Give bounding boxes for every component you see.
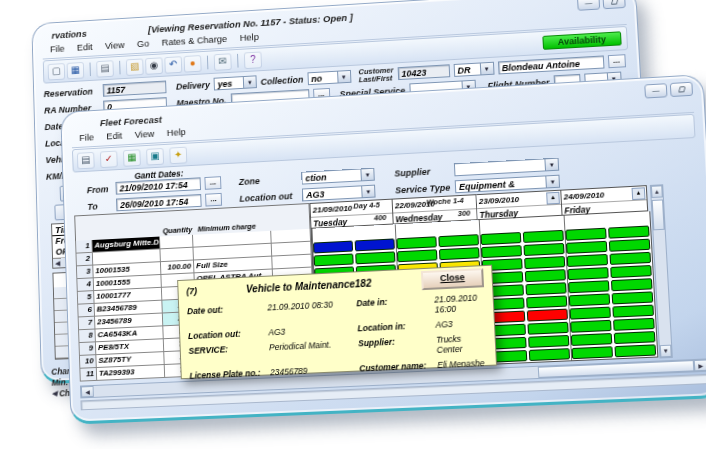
gantt-bar-green[interactable] (568, 280, 609, 293)
supplier-select[interactable] (454, 158, 559, 177)
edit-icon[interactable]: ✓ (101, 151, 117, 166)
gantt-bar-green[interactable] (524, 256, 565, 269)
gantt-bar-blue[interactable] (355, 238, 395, 251)
reservation-number-field[interactable]: 1157 (103, 81, 167, 97)
gantt-bar-green[interactable] (528, 335, 569, 348)
gantt-bar-green[interactable] (567, 267, 608, 280)
scroll-up-icon[interactable]: ▲ (546, 192, 560, 205)
row-number: 6 (77, 304, 95, 318)
gantt-bar-green[interactable] (314, 253, 354, 266)
print-icon[interactable]: ▤ (78, 152, 94, 167)
gantt-bar-green[interactable] (611, 278, 653, 291)
gantt-bar-green[interactable] (355, 251, 395, 264)
gantt-bar-blue[interactable] (313, 241, 353, 254)
delivery-select[interactable]: yes (214, 75, 257, 90)
customer-name-field[interactable]: Blondeau Antoine (498, 55, 605, 74)
find-icon[interactable]: ◉ (146, 58, 162, 73)
to-date-field[interactable]: 26/09/2010 17:54 (116, 194, 202, 211)
scroll-left-icon[interactable]: ◀ (52, 389, 57, 397)
customer-browse-button[interactable]: ... (607, 54, 625, 68)
scroll-down-icon[interactable]: ▼ (660, 345, 672, 358)
menu-item-file[interactable]: File (50, 43, 65, 56)
open-folder-icon[interactable]: ▧ (127, 59, 143, 74)
gantt-bar-green[interactable] (609, 239, 651, 252)
gantt-bar-green[interactable] (480, 232, 521, 245)
menu-item-file[interactable]: File (79, 131, 94, 144)
minimize-button[interactable]: — (577, 0, 600, 10)
from-date-field[interactable]: 21/09/2010 17:54 (115, 177, 201, 194)
new-document-icon[interactable]: ▢ (49, 64, 65, 79)
gantt-bar-green[interactable] (565, 228, 606, 241)
menu-item-help[interactable]: Help (167, 126, 186, 140)
availability-button[interactable]: Availability (542, 31, 622, 50)
gantt-bar-green[interactable] (566, 241, 607, 254)
close-button[interactable]: Close (421, 268, 484, 290)
save-icon[interactable]: ▦ (68, 62, 84, 77)
key-icon[interactable]: ✦ (170, 147, 186, 163)
help-icon[interactable]: ? (245, 52, 261, 68)
gantt-bar-green[interactable] (481, 245, 522, 258)
customer-number-field[interactable]: 10423 (397, 64, 450, 80)
gantt-bar-red[interactable] (527, 309, 568, 322)
customer-label-bottom: Last/First (359, 74, 394, 83)
gantt-bar-green[interactable] (438, 234, 479, 247)
popup-label-location-in: Location in: (357, 320, 433, 334)
menu-item-go[interactable]: Go (137, 38, 150, 51)
gantt-bar-green[interactable] (614, 331, 656, 344)
scroll-up-icon[interactable]: ▲ (632, 187, 646, 200)
gantt-bar-green[interactable] (527, 322, 568, 335)
gantt-bar-green[interactable] (439, 247, 480, 260)
monitor-icon[interactable]: ▣ (147, 148, 163, 164)
menu-item-edit[interactable]: Edit (106, 130, 122, 144)
gantt-bar-green[interactable] (610, 265, 652, 278)
location-out-select[interactable]: AG3 (302, 185, 376, 202)
gantt-bar-green[interactable] (523, 230, 564, 243)
popup-value-location-out: AG3 (268, 323, 356, 337)
scrollbar-thumb[interactable] (652, 199, 665, 230)
scroll-right-icon[interactable]: ▶ (694, 359, 706, 371)
gantt-bar-green[interactable] (613, 318, 655, 331)
globe-icon[interactable]: ● (185, 56, 201, 72)
mail-icon[interactable]: ✉ (215, 54, 231, 70)
gantt-bar-green[interactable] (614, 344, 656, 357)
print-icon[interactable]: ▤ (97, 61, 113, 76)
gantt-bar-green[interactable] (525, 269, 566, 282)
gantt-bar-green[interactable] (529, 348, 570, 361)
collection-select[interactable]: no (307, 70, 351, 85)
undo-icon[interactable]: ↶ (165, 57, 181, 73)
gantt-bar-green[interactable] (572, 346, 614, 359)
popup-value-supplier: Trucks Center (436, 333, 487, 355)
gantt-bar-green[interactable] (567, 254, 608, 267)
gantt-bar-green[interactable] (612, 305, 654, 318)
header-note: Day 4-5 (353, 200, 380, 210)
menu-item-rates-charge[interactable]: Rates & Charge (162, 33, 228, 50)
gantt-bar-green[interactable] (569, 293, 610, 306)
scroll-left-icon[interactable]: ◀ (81, 386, 94, 397)
from-date-picker-button[interactable]: ... (204, 176, 221, 190)
scroll-up-icon[interactable]: ▲ (651, 185, 663, 198)
gantt-bar-green[interactable] (525, 282, 566, 295)
calendar-icon[interactable]: ▦ (124, 150, 140, 166)
maximize-button[interactable]: ▢ (670, 81, 693, 96)
maximize-button[interactable]: ▢ (602, 0, 625, 9)
gantt-bar-green[interactable] (523, 243, 564, 256)
menu-item-edit[interactable]: Edit (77, 41, 93, 54)
gantt-bar-green[interactable] (608, 225, 650, 238)
gantt-bar-green[interactable] (610, 252, 652, 265)
minimize-button[interactable]: — (644, 83, 667, 98)
gantt-bar-green[interactable] (397, 249, 437, 262)
supplier-label: Supplier (394, 165, 450, 178)
to-date-picker-button[interactable]: ... (205, 193, 222, 207)
gantt-bar-green[interactable] (570, 320, 611, 333)
menu-item-view[interactable]: View (134, 128, 154, 142)
gantt-bar-green[interactable] (396, 236, 436, 249)
gantt-bar-green[interactable] (612, 291, 654, 304)
gantt-bar-green[interactable] (569, 307, 610, 320)
zone-select[interactable]: ction (301, 168, 375, 185)
toolbar-separator (237, 54, 238, 68)
gantt-bar-green[interactable] (571, 333, 612, 346)
menu-item-view[interactable]: View (105, 39, 125, 53)
gantt-bar-green[interactable] (526, 295, 567, 308)
customer-salutation-select[interactable]: DR (453, 62, 494, 77)
menu-item-help[interactable]: Help (240, 31, 260, 45)
